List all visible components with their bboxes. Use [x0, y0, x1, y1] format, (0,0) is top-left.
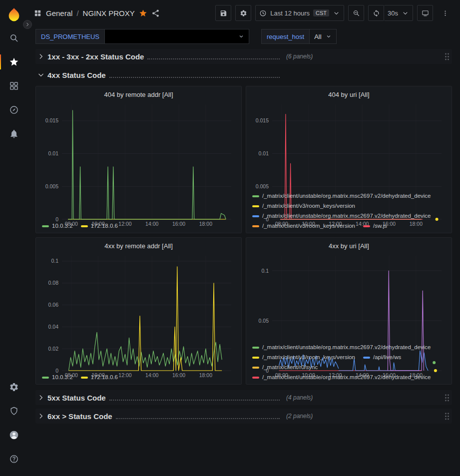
legend-label: /_matrix/client/v3/room_keys/version [262, 202, 355, 210]
breadcrumb-section[interactable]: General [46, 9, 72, 17]
legend-item[interactable]: 10.0.3.2 [42, 222, 73, 230]
kebab-menu-icon[interactable] [437, 5, 453, 21]
legend-item[interactable]: /sw.js [363, 222, 387, 230]
dashboards-icon[interactable] [0, 74, 27, 98]
legend-color-marker [252, 367, 259, 369]
row-drag-handle-icon[interactable] [444, 394, 450, 402]
legend-item[interactable]: 172.18.0.6 [81, 222, 118, 230]
panel-4xx-by-remote-addr: 4xx by remote addr [All] 08:0010:0012:00… [35, 237, 242, 385]
main-area: General / NGINX PROXY [27, 0, 460, 476]
legend-item[interactable]: /api/live/ws [363, 354, 401, 361]
timezone-badge: CST [313, 9, 329, 16]
legend-item[interactable]: /_matrix/client/v3/room_keys/version [252, 222, 355, 230]
chevron-right-icon [37, 53, 44, 60]
timeseries-chart[interactable]: 08:0010:0012:0014:0016:0018:0000.020.040… [41, 252, 236, 372]
sidebar-expand-button[interactable] [23, 20, 32, 29]
row-header-1xx-3xx-2xx[interactable]: 1xx - 3xx - 2xx Status Code (6 panels) [35, 49, 452, 64]
time-range-label: Last 12 hours [270, 9, 310, 17]
variable-value: All [314, 33, 321, 40]
panel-title[interactable]: 404 by uri [All] [251, 89, 447, 100]
navbar-actions: Last 12 hours CST 30s [215, 5, 453, 21]
svg-text:0.04: 0.04 [48, 324, 59, 330]
svg-text:0.06: 0.06 [48, 302, 59, 308]
legend-color-marker [42, 377, 49, 379]
save-dashboard-button[interactable] [215, 5, 231, 21]
admin-shield-icon[interactable] [0, 399, 27, 423]
row-drag-handle-icon[interactable] [444, 52, 450, 61]
legend-color-marker [252, 215, 259, 217]
legend-item[interactable]: /_matrix/client/v3/room_keys/version [252, 202, 355, 210]
legend-item[interactable]: /_matrix/client/unstable/org.matrix.msc2… [252, 192, 431, 200]
legend-item[interactable]: /_matrix/client/r0/sync [252, 364, 318, 371]
row-drag-handle-icon[interactable] [444, 412, 450, 421]
variable-label[interactable]: DS_PROMETHEUS [35, 29, 104, 44]
clock-icon [259, 9, 267, 17]
svg-text:0.015: 0.015 [256, 117, 269, 123]
legend-item[interactable]: /_matrix/client/unstable/org.matrix.msc2… [252, 374, 431, 381]
chevron-down-icon [238, 33, 244, 39]
timeseries-chart[interactable]: 08:0010:0012:0014:0016:0018:0000.0050.01… [251, 100, 447, 191]
row-header-5xx[interactable]: 5xx Status Code (4 panels) [35, 390, 452, 405]
panel-legend: /_matrix/client/unstable/org.matrix.msc2… [251, 342, 447, 381]
chevron-down-icon [402, 9, 409, 17]
explore-compass-icon[interactable] [0, 98, 27, 122]
legend-label: /api/live/ws [373, 354, 401, 361]
help-icon[interactable] [0, 447, 27, 471]
legend-item[interactable]: /_matrix/client/v3/room_keys/version [252, 354, 355, 361]
search-icon[interactable] [0, 26, 27, 50]
starred-dashboards-icon[interactable] [0, 50, 27, 74]
legend-item[interactable]: /_matrix/client/unstable/org.matrix.msc2… [252, 212, 431, 220]
favorite-star-icon[interactable] [139, 9, 147, 17]
legend-color-marker [252, 225, 259, 227]
svg-text:0.1: 0.1 [261, 268, 269, 274]
zoom-out-button[interactable] [348, 5, 364, 21]
timeseries-chart[interactable]: 08:0010:0012:0014:0016:0018:0000.0050.01… [41, 100, 236, 221]
legend-label: /sw.js [373, 222, 387, 230]
svg-text:0.05: 0.05 [259, 318, 269, 324]
legend-label: /_matrix/client/unstable/org.matrix.msc2… [262, 374, 431, 381]
legend-color-marker [81, 225, 88, 227]
variable-value-dropdown[interactable] [104, 29, 249, 44]
refresh-button[interactable] [368, 5, 384, 21]
dotted-leader [116, 414, 280, 419]
variable-value-dropdown[interactable]: All [309, 29, 336, 44]
legend-label: 10.0.3.2 [52, 374, 73, 381]
legend-item[interactable]: 10.0.3.2 [42, 374, 73, 381]
alerting-bell-icon[interactable] [0, 122, 27, 146]
svg-text:0.015: 0.015 [45, 117, 58, 123]
legend-item[interactable]: /_matrix/client/unstable/org.matrix.msc2… [252, 344, 431, 351]
panel-count: (2 panels) [286, 413, 313, 420]
dotted-leader [109, 395, 280, 401]
server-admin-gear-icon[interactable] [0, 375, 27, 399]
panel-404-by-uri: 404 by uri [All] 08:0010:0012:0014:0016:… [246, 86, 452, 233]
sidebar-bottom-group [0, 375, 27, 471]
grafana-app: General / NGINX PROXY [0, 0, 460, 476]
panel-404-by-remote-addr: 404 by remote addr [All] 08:0010:0012:00… [35, 86, 242, 233]
share-icon[interactable] [151, 9, 160, 17]
timeseries-chart[interactable]: 08:0010:0012:0014:0016:0018:0000.050.1 [251, 252, 447, 342]
panel-title[interactable]: 4xx by remote addr [All] [41, 240, 236, 252]
tv-mode-button[interactable] [417, 5, 433, 21]
panel-count: (6 panels) [286, 53, 313, 60]
legend-label: 10.0.3.2 [52, 222, 73, 230]
row-header-6xx[interactable]: 6xx > Status Code (2 panels) [35, 409, 452, 424]
apps-grid-icon[interactable] [33, 9, 42, 17]
variables-bar: DS_PROMETHEUS request_host All [27, 26, 460, 48]
row-header-4xx[interactable]: 4xx Status Code [35, 67, 452, 82]
chevron-right-icon [37, 413, 44, 420]
panel-title[interactable]: 4xx by uri [All] [251, 240, 447, 252]
user-avatar[interactable] [0, 423, 27, 447]
dashboard-title[interactable]: NGINX PROXY [83, 9, 135, 17]
panel-title[interactable]: 404 by remote addr [All] [41, 89, 236, 100]
variable-label[interactable]: request_host [261, 29, 309, 44]
row-title: 6xx > Status Code [47, 412, 112, 421]
dashboard-settings-button[interactable] [235, 5, 251, 21]
time-range-picker[interactable]: Last 12 hours CST [255, 5, 344, 21]
legend-item[interactable]: 172.18.0.6 [81, 374, 118, 381]
legend-color-marker [252, 357, 259, 359]
variable-ds-prometheus: DS_PROMETHEUS [35, 29, 249, 44]
legend-label: /_matrix/client/unstable/org.matrix.msc2… [262, 344, 431, 351]
svg-text:0.01: 0.01 [48, 150, 59, 156]
refresh-button-group: 30s [368, 5, 413, 21]
refresh-interval-select[interactable]: 30s [384, 5, 413, 21]
